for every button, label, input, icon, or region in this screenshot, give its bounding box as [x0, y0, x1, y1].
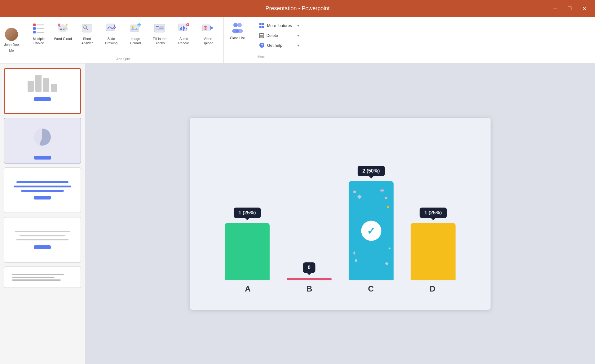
tooltip-b: 0: [303, 262, 315, 273]
diamond-2: [385, 262, 388, 265]
slide4-preview: [12, 231, 73, 249]
svg-rect-5: [37, 32, 44, 33]
svg-rect-28: [159, 28, 164, 29]
slide-panel: [0, 64, 85, 364]
svg-rect-33: [183, 26, 184, 31]
video-upload-icon: [201, 22, 214, 35]
image-upload-icon: [129, 22, 142, 35]
word-cloud-icon: Word cloud text: [56, 22, 69, 35]
ribbon-label-word-cloud: Word Cloud: [54, 37, 72, 41]
close-button[interactable]: ✕: [580, 4, 589, 13]
slide-thumb-5[interactable]: [4, 266, 81, 288]
tooltip-a: 1 (25%): [233, 208, 261, 218]
slide3-preview: [12, 181, 73, 200]
svg-rect-29: [156, 29, 164, 30]
ribbon-item-word-cloud[interactable]: Word cloud text Word Cloud: [52, 20, 74, 42]
slide2-preview: [12, 122, 73, 153]
ribbon-item-slide-drawing[interactable]: Slide Drawing: [100, 20, 122, 47]
svg-rect-32: [181, 27, 182, 30]
svg-rect-3: [37, 24, 44, 25]
ribbon-label-multiple-choice: Multiple Choice: [29, 37, 48, 46]
slide4-line-3: [16, 239, 68, 240]
svg-rect-47: [262, 23, 264, 25]
bar-c: ✳ ✳ ✓: [349, 181, 394, 280]
slide-thumb-1[interactable]: [4, 68, 81, 114]
svg-point-45: [236, 29, 243, 33]
more-features-item[interactable]: More features ▾: [258, 22, 301, 29]
ribbon-item-audio-record[interactable]: Audio Record: [173, 20, 195, 47]
slide3-line-1: [16, 181, 68, 183]
dot-2: [387, 206, 389, 208]
delete-label: Delete: [267, 33, 278, 38]
ribbon-user: John Doe Me: [0, 17, 23, 63]
svg-point-23: [132, 26, 134, 28]
slide-thumb-4[interactable]: [4, 217, 81, 263]
slide5-line-1: [12, 274, 64, 275]
svg-text:text: text: [59, 26, 61, 28]
maximize-button[interactable]: ☐: [565, 4, 574, 13]
window-title: Presentation - Powerpoint: [265, 5, 329, 12]
chart-bars-area: 1 (25%) 0 2 (50%): [213, 130, 467, 280]
get-help-icon: ?: [259, 42, 265, 48]
ribbon-class-list[interactable]: Class List: [224, 17, 251, 63]
minimize-button[interactable]: ─: [551, 5, 559, 13]
ribbon-item-multiple-choice[interactable]: Multiple Choice: [28, 20, 50, 47]
add-quiz-section: Multiple Choice Word cloud text: [23, 17, 223, 57]
ribbon-label-video-upload: Video Upload: [199, 37, 217, 46]
slide4-line-1: [15, 231, 70, 232]
avatar: [5, 28, 18, 41]
chart-labels: A B C D: [213, 280, 467, 297]
slide-thumb-2[interactable]: [4, 118, 81, 164]
slide3-button: [34, 196, 51, 200]
ribbon-item-image-upload[interactable]: Image Upload: [125, 20, 146, 47]
chart-label-c: C: [349, 284, 393, 294]
svg-text:?: ?: [261, 43, 263, 47]
svg-rect-4: [37, 28, 44, 29]
fill-in-blanks-icon: [153, 22, 166, 35]
diamond-1: [357, 195, 362, 199]
bar-column-b: 0: [287, 278, 332, 280]
slide1-bars: [28, 75, 57, 92]
slide3-line-2: [14, 186, 72, 187]
chart-container: 1 (25%) 0 2 (50%): [213, 130, 467, 297]
svg-rect-1: [33, 27, 36, 30]
svg-rect-48: [259, 26, 262, 28]
add-quiz-label: Add Quiz: [23, 57, 223, 63]
short-answer-icon: [81, 22, 94, 35]
slide2-pie: [34, 129, 51, 146]
ribbon-item-short-answer[interactable]: Short Answer: [76, 20, 98, 47]
more-section-label: More: [258, 53, 301, 59]
slide-thumb-3[interactable]: [4, 167, 81, 213]
tooltip-c: 2 (50%): [357, 166, 385, 176]
ribbon-label-fill-in-blanks: Fill in the Blanks: [150, 37, 169, 46]
delete-item[interactable]: Delete ▾: [258, 32, 301, 39]
dot-5: [389, 248, 390, 249]
ribbon-label-audio-record: Audio Record: [174, 37, 193, 46]
multiple-choice-icon: [32, 22, 45, 35]
bar-column-a: 1 (25%): [225, 223, 270, 280]
slide5-line-2: [12, 277, 55, 278]
bar-d: [411, 223, 456, 280]
slide4-button: [34, 245, 51, 249]
bar-column-c: 2 (50%) ✳ ✳: [349, 181, 394, 280]
slide-canvas: 1 (25%) 0 2 (50%): [190, 118, 491, 310]
svg-point-41: [205, 27, 206, 29]
ribbon-item-video-upload[interactable]: Video Upload: [197, 20, 219, 47]
bar-column-d: 1 (25%): [411, 223, 456, 280]
ribbon-item-fill-in-blanks[interactable]: Fill in the Blanks: [149, 20, 170, 47]
slide-drawing-icon: [105, 22, 118, 35]
dot-3: [355, 259, 357, 262]
more-features-icon: [259, 23, 265, 28]
dot-1: [353, 191, 356, 193]
slide1-bar-1: [28, 81, 34, 92]
more-features-chevron: ▾: [297, 23, 299, 28]
ribbon-label-slide-drawing: Slide Drawing: [102, 37, 121, 46]
svg-marker-39: [210, 26, 214, 30]
bar-a: [225, 223, 270, 280]
svg-rect-0: [33, 24, 36, 26]
get-help-item[interactable]: ? Get help ▾: [258, 42, 301, 49]
get-help-label: Get help: [267, 43, 282, 48]
class-list-icon: [231, 21, 244, 34]
check-circle: ✓: [361, 221, 381, 241]
slide3-line-3: [21, 190, 64, 192]
